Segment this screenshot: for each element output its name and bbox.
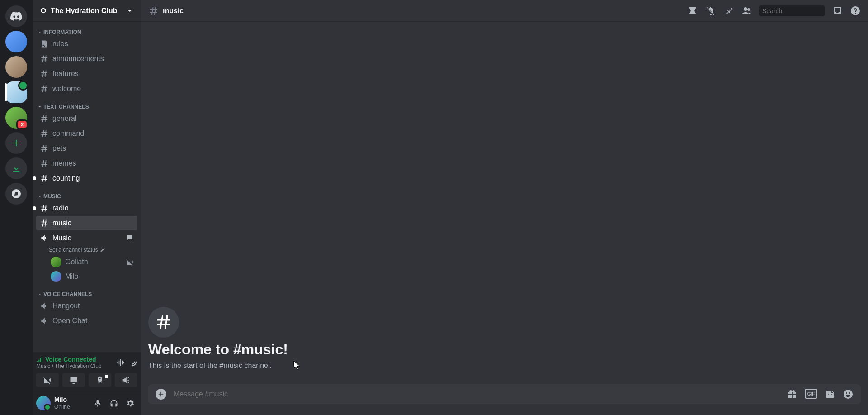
hash-icon [148, 5, 159, 16]
channel-general[interactable]: general [36, 111, 137, 126]
category-music[interactable]: Music [36, 186, 137, 200]
channel-label: command [52, 129, 84, 138]
gif-label: GIF [807, 391, 815, 396]
server-boost-icon [40, 7, 47, 14]
channel-label: counting [52, 174, 80, 182]
category-text-channels[interactable]: Text Channels [36, 96, 137, 111]
screen-share-button[interactable] [62, 373, 85, 387]
channel-label: welcome [52, 85, 81, 93]
gift-icon [787, 389, 797, 400]
hash-icon [40, 174, 49, 183]
activity-dot [105, 375, 108, 378]
category-label: Music [43, 193, 61, 200]
deafen-button[interactable] [107, 396, 121, 410]
channel-radio[interactable]: radio [36, 201, 137, 215]
voice-connected-status[interactable]: Voice Connected [36, 356, 102, 363]
category-label: Voice Channels [43, 291, 92, 297]
gif-button[interactable]: GIF [805, 389, 817, 399]
messages-area[interactable]: Welcome to #music! This is the start of … [141, 22, 868, 384]
hash-icon [40, 129, 49, 138]
channel-announcements[interactable]: announcements [36, 52, 137, 66]
chat-icon[interactable] [126, 234, 134, 242]
category-voice-channels[interactable]: Voice Channels [36, 284, 137, 298]
camera-off-icon [126, 258, 134, 266]
home-button[interactable] [5, 5, 27, 27]
gift-button[interactable] [787, 389, 797, 400]
channel-command[interactable]: command [36, 126, 137, 141]
threads-button[interactable] [687, 5, 698, 16]
user-info[interactable]: Milo Online [54, 396, 87, 410]
voice-user-name: Milo [65, 272, 78, 281]
channel-label: Open Chat [52, 317, 87, 325]
main-content: music [141, 0, 868, 415]
member-list-button[interactable] [741, 5, 752, 16]
welcome-subtitle: This is the start of the #music channel. [148, 362, 861, 370]
chevron-down-icon [37, 194, 42, 199]
server-icon-active[interactable] [5, 81, 27, 103]
voice-panel: Voice Connected Music / The Hydration Cl… [33, 352, 141, 391]
notifications-button[interactable] [705, 5, 716, 16]
channel-music[interactable]: music [36, 216, 137, 230]
channel-counting[interactable]: counting [36, 171, 137, 186]
server-icon[interactable] [5, 56, 27, 78]
user-avatar[interactable] [36, 396, 51, 410]
signal-icon [36, 356, 43, 363]
voice-location[interactable]: Music / The Hydration Club [36, 363, 102, 369]
bell-off-icon [705, 5, 716, 16]
channel-label: general [52, 114, 76, 123]
horn-icon [122, 376, 131, 385]
voice-user-name: Goliath [65, 258, 88, 266]
server-icon[interactable] [5, 31, 27, 52]
channel-title: music [163, 7, 684, 15]
mute-button[interactable] [90, 396, 105, 410]
sticker-button[interactable] [825, 389, 835, 400]
channel-pets[interactable]: pets [36, 141, 137, 156]
help-button[interactable] [850, 5, 861, 16]
channel-memes[interactable]: memes [36, 156, 137, 171]
add-server-button[interactable] [5, 132, 27, 154]
search-box[interactable] [760, 5, 825, 16]
server-name: The Hydration Club [51, 7, 118, 15]
channel-features[interactable]: features [36, 67, 137, 81]
emoji-button[interactable] [843, 389, 854, 400]
rules-icon [40, 39, 49, 48]
channel-welcome[interactable]: welcome [36, 81, 137, 96]
pinned-messages-button[interactable] [723, 5, 734, 16]
speaker-icon [40, 301, 49, 310]
explore-servers-button[interactable] [5, 183, 27, 205]
server-icon[interactable] [5, 107, 27, 129]
user-settings-button[interactable] [123, 396, 137, 410]
channel-rules[interactable]: rules [36, 37, 137, 51]
download-icon [11, 163, 22, 174]
activity-button[interactable] [89, 373, 111, 387]
voice-status-prompt: Set a channel status [49, 247, 98, 253]
channel-label: music [52, 219, 71, 227]
noise-suppression-button[interactable] [116, 358, 125, 367]
server-header[interactable]: The Hydration Club [33, 0, 141, 22]
chevron-down-icon [37, 104, 42, 110]
welcome-block: Welcome to #music! This is the start of … [148, 307, 861, 370]
chevron-down-icon [126, 7, 134, 15]
download-apps-button[interactable] [5, 157, 27, 179]
voice-channel-hangout[interactable]: Hangout [36, 299, 137, 313]
message-input[interactable] [174, 390, 779, 398]
voice-channel-open-chat[interactable]: Open Chat [36, 314, 137, 328]
disconnect-button[interactable] [128, 358, 137, 367]
hash-icon [40, 144, 49, 153]
inbox-button[interactable] [832, 5, 843, 16]
pencil-icon [100, 247, 105, 253]
voice-channel-music[interactable]: Music [36, 231, 137, 245]
channel-label: announcements [52, 55, 104, 63]
channels-scroll[interactable]: Information rules announcements features… [33, 22, 141, 352]
category-information[interactable]: Information [36, 22, 137, 36]
soundboard-button[interactable] [115, 373, 137, 387]
category-label: Text Channels [43, 104, 89, 110]
server-list [0, 0, 33, 415]
search-input[interactable] [762, 7, 841, 14]
upload-button[interactable] [156, 389, 166, 400]
voice-user-milo[interactable]: Milo [36, 269, 137, 284]
voice-user-goliath[interactable]: Goliath [36, 255, 137, 269]
voice-channel-status[interactable]: Set a channel status [36, 246, 137, 255]
camera-button[interactable] [36, 373, 59, 387]
welcome-hash-icon [148, 307, 179, 338]
